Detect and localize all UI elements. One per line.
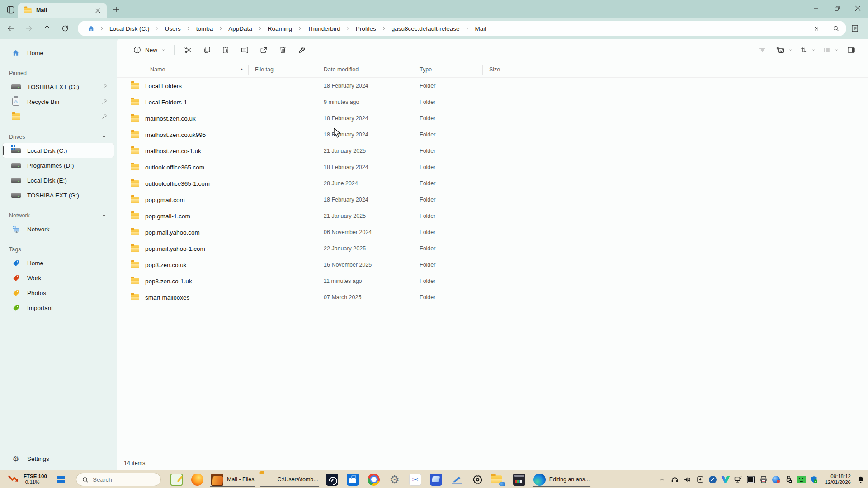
snipping-tool-button[interactable]: ✂ (406, 471, 425, 488)
file-row[interactable]: mailhost.zen.co.uk 18 February 2024Folde… (117, 110, 868, 127)
security-shield-icon[interactable] (809, 475, 819, 484)
paste-icon[interactable] (216, 42, 235, 58)
copy-icon[interactable] (197, 42, 216, 58)
sidebar-item-tag-important[interactable]: Important (3, 300, 114, 315)
delete-icon[interactable] (273, 42, 292, 58)
new-tab-button[interactable] (109, 3, 123, 16)
column-header-date-modified[interactable]: Date modified (317, 65, 413, 75)
scan-button[interactable] (447, 471, 467, 488)
explorer-window-button[interactable]: C:\Users\tomb... (258, 471, 321, 488)
minimize-button[interactable] (806, 0, 826, 16)
sidebar-item-recycle-bin[interactable]: ♲ Recycle Bin (3, 94, 114, 109)
file-row[interactable]: pop.mail.yahoo.com 06 November 2024Folde… (117, 224, 868, 240)
cut-icon[interactable] (178, 42, 197, 58)
scanner-app-button[interactable] (426, 471, 446, 488)
file-row[interactable]: mailhost.zen.co.uk995 18 February 2024Fo… (117, 127, 868, 143)
file-row[interactable]: Local Folders 18 February 2024Folder (117, 78, 868, 94)
file-row[interactable]: pop.mail.yahoo-1.com 22 January 2025Fold… (117, 240, 868, 257)
clipboard-icon[interactable] (746, 475, 755, 484)
share-icon[interactable] (254, 42, 273, 58)
files-app-button[interactable]: Mail - Files (208, 471, 257, 488)
breadcrumb-item[interactable]: AppData (225, 23, 256, 34)
breadcrumb-item[interactable]: Roaming (264, 23, 296, 34)
sidebar-item-tag-work[interactable]: Work (3, 271, 114, 285)
taskbar-clock[interactable]: 09:18:12 12/01/2026 (825, 474, 851, 485)
sidebar-item-folder-pinned[interactable] (3, 109, 114, 124)
section-header-tags[interactable]: Tags (0, 244, 117, 255)
forward-icon[interactable] (21, 21, 37, 36)
sidebar-item-local-disk-e[interactable]: Local Disk (E:) (3, 173, 114, 188)
file-row[interactable]: outlook.office365-1.com 28 June 2024Fold… (117, 175, 868, 192)
back-icon[interactable] (3, 21, 19, 36)
view-button[interactable] (819, 42, 841, 58)
settings-button[interactable]: ⚙ (385, 471, 405, 488)
new-button[interactable]: New (128, 42, 170, 58)
sidebar-item-tag-home[interactable]: Home (3, 256, 114, 270)
file-row[interactable]: pop3.zen.co-1.uk 11 minutes agoFolder (117, 273, 868, 289)
file-row[interactable]: Local Folders-1 9 minutes agoFolder (117, 94, 868, 110)
sort-button[interactable] (796, 42, 818, 58)
file-row[interactable]: pop3.zen.co.uk 16 November 2025Folder (117, 257, 868, 273)
tab-close-icon[interactable] (93, 6, 102, 15)
breadcrumb-item[interactable]: Thunderbird (304, 23, 344, 34)
file-row[interactable]: smart mailboxes 07 March 2025Folder (117, 289, 868, 305)
sidebar-item-programmes-d[interactable]: Programmes (D:) (3, 158, 114, 173)
sidebar-item-toshiba-pinned[interactable]: TOSHIBA EXT (G:) (3, 80, 114, 94)
plugin-icon[interactable] (708, 475, 717, 484)
breadcrumb-item[interactable]: Mail (472, 23, 490, 34)
breadcrumb-item[interactable]: Users (161, 23, 184, 34)
tab-list-icon[interactable] (4, 3, 17, 16)
sidebar-item-settings[interactable]: ⚙ Settings (3, 451, 119, 466)
breadcrumb-item[interactable]: Local Disk (C:) (106, 23, 153, 34)
breadcrumb-item[interactable]: gasu8cec.default-release (388, 23, 463, 34)
tray-chevron-up-icon[interactable] (657, 475, 667, 484)
up-icon[interactable] (39, 21, 55, 36)
sync-sphere-icon[interactable] (771, 475, 781, 484)
edge-window-button[interactable]: Editing an ans... (530, 471, 593, 488)
download-tray-icon[interactable] (695, 475, 705, 484)
tab-mail[interactable]: Mail (18, 3, 107, 18)
section-header-drives[interactable]: Drives (0, 131, 117, 143)
stocks-widget[interactable]: FTSE 100 -0.11% (5, 472, 51, 487)
refresh-icon[interactable] (57, 21, 73, 36)
go-to-end-icon[interactable] (810, 22, 823, 35)
home-icon[interactable] (84, 22, 98, 35)
usb-check-icon[interactable] (784, 475, 793, 484)
chatgpt-button[interactable] (468, 471, 488, 488)
column-header-name[interactable]: Name ▲ (117, 65, 249, 75)
column-header-file-tag[interactable]: File tag (249, 65, 317, 75)
notepadpp-button[interactable] (166, 471, 186, 488)
taskbar-search[interactable] (76, 473, 161, 486)
printer-icon[interactable] (759, 475, 768, 484)
column-header-type[interactable]: Type (413, 65, 483, 75)
file-row[interactable]: mailhost.zen.co-1.uk 21 January 2025Fold… (117, 143, 868, 159)
firefox-button[interactable] (187, 471, 207, 488)
file-row[interactable]: outlook.office365.com 18 February 2024Fo… (117, 159, 868, 175)
column-header-size[interactable]: Size (483, 65, 534, 75)
display-pen-icon[interactable] (733, 475, 743, 484)
volume-icon[interactable] (683, 475, 692, 484)
sidebar-item-home[interactable]: Home (3, 46, 114, 60)
file-row[interactable]: pop.gmail-1.com 21 January 2025Folder (117, 208, 868, 224)
speedtest-button[interactable] (322, 471, 342, 488)
store-button[interactable] (343, 471, 363, 488)
sidebar-item-network[interactable]: Network (3, 222, 114, 236)
search-input[interactable] (93, 476, 147, 483)
onedrive-folder-button[interactable] (489, 471, 509, 488)
details-pane-icon[interactable] (842, 42, 861, 58)
restore-button[interactable] (826, 0, 847, 16)
filter-icon[interactable] (753, 42, 772, 58)
headphones-icon[interactable] (670, 475, 679, 484)
breadcrumb-item[interactable]: Profiles (352, 23, 380, 34)
start-button[interactable] (51, 471, 71, 488)
sidebar-item-tag-photos[interactable]: Photos (3, 286, 114, 300)
details-list-icon[interactable] (848, 22, 862, 35)
close-button[interactable] (847, 0, 868, 16)
sidebar-item-toshiba-g[interactable]: TOSHIBA EXT (G:) (3, 188, 114, 202)
section-header-pinned[interactable]: Pinned (0, 67, 117, 79)
notification-bell-icon[interactable] (856, 475, 865, 484)
chrome-button[interactable] (364, 471, 384, 488)
photo-editor-button[interactable] (509, 471, 529, 488)
battery-smiley-icon[interactable] (797, 475, 806, 484)
search-icon[interactable] (829, 22, 843, 35)
